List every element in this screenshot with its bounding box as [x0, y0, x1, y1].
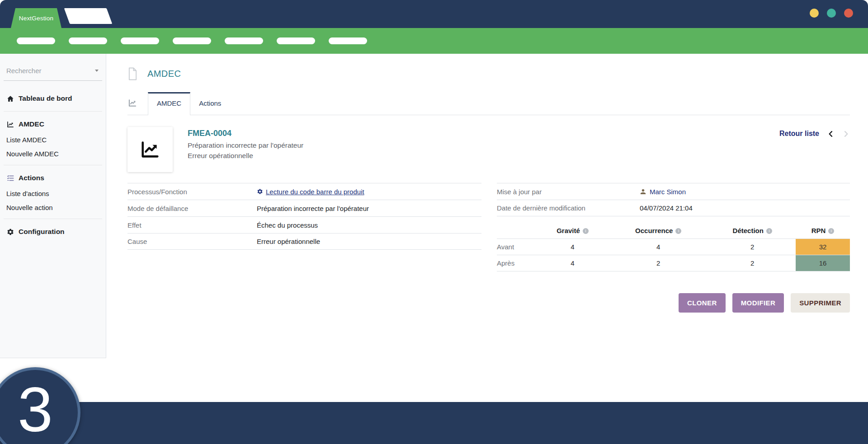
page-title: AMDEC: [147, 69, 181, 79]
record-id: FMEA-0004: [188, 129, 303, 138]
sidebar-item[interactable]: Nouvelle action: [6, 201, 99, 215]
rpn-header-row: GravitéiOccurrenceiDétectioniRPNi: [497, 224, 850, 239]
step-indicator: 3: [0, 367, 80, 444]
traffic-lights: [810, 9, 853, 18]
tasks-icon: [6, 174, 14, 182]
process-function-link[interactable]: Lecture du code barre du produit: [257, 188, 364, 196]
detail-label: Processus/Fonction: [127, 188, 257, 196]
sidebar-section-label: AMDEC: [19, 120, 44, 128]
decorative-slant: [64, 8, 113, 24]
sidebar-divider: [4, 165, 102, 165]
tab-amdec[interactable]: AMDEC: [148, 92, 190, 115]
main-nav: [0, 28, 868, 54]
rpn-value-cell: 4: [608, 239, 709, 255]
rpn-result-cell: 32: [796, 239, 850, 255]
detail-value: 04/07/2024 21:04: [640, 204, 693, 212]
footer-band: [0, 402, 868, 444]
brand-name: NextGestion: [19, 15, 53, 22]
details-right-col: Mise à jour parMarc SimonDate de dernièr…: [497, 183, 850, 271]
rpn-row: Après42216: [497, 255, 850, 271]
detail-label: Date de dernière modification: [497, 204, 640, 212]
sidebar-divider: [4, 219, 102, 219]
sidebar-section-header[interactable]: Actions: [6, 169, 99, 187]
step-number: 3: [18, 373, 53, 444]
body-area: Rechercher Tableau de bordAMDECListe AMD…: [0, 54, 868, 444]
chevron-right-icon[interactable]: [842, 130, 850, 138]
sidebar: Rechercher Tableau de bordAMDECListe AMD…: [0, 54, 106, 358]
sidebar-section-header[interactable]: Configuration: [6, 223, 99, 240]
rpn-column-header: RPNi: [796, 224, 850, 239]
info-icon[interactable]: i: [583, 228, 589, 234]
cloner-button[interactable]: CLONER: [679, 293, 726, 313]
nav-pill-placeholder[interactable]: [225, 37, 263, 44]
detail-label: Cause: [127, 238, 257, 245]
supprimer-button[interactable]: SUPPRIMER: [791, 293, 850, 313]
sidebar-item[interactable]: Liste AMDEC: [6, 133, 99, 147]
record-subtitle: Préparation incorrecte par l'opérateur: [188, 141, 303, 150]
sidebar-divider: [4, 111, 102, 112]
info-icon[interactable]: i: [675, 228, 681, 234]
pagination: Retour liste: [779, 127, 850, 138]
nav-pill-placeholder[interactable]: [173, 37, 211, 44]
chart-line-icon: [140, 139, 160, 160]
nav-pills: [0, 37, 381, 44]
detail-value: Préparation incorrecte par l'opérateur: [257, 205, 369, 212]
rpn-result-cell: 16: [796, 255, 850, 271]
detail-row: Mode de défaillancePréparation incorrect…: [127, 200, 481, 216]
details-left: Processus/FonctionLecture du code barre …: [127, 183, 481, 271]
detail-row: Mise à jour parMarc Simon: [497, 183, 850, 200]
rpn-row: Avant44232: [497, 239, 850, 255]
yellow-dot: [810, 9, 819, 18]
sidebar-item[interactable]: Liste d'actions: [6, 187, 99, 201]
detail-row: CauseErreur opérationnelle: [127, 233, 481, 250]
nav-pill-placeholder[interactable]: [69, 37, 107, 44]
back-to-list-link[interactable]: Retour liste: [779, 130, 819, 138]
modifier-button[interactable]: MODIFIER: [732, 293, 784, 313]
detail-row: Processus/FonctionLecture du code barre …: [127, 183, 481, 200]
chart-line-icon: [6, 121, 14, 128]
nav-pill-placeholder[interactable]: [329, 37, 367, 44]
teal-dot: [827, 9, 836, 18]
rpn-value-cell: 2: [608, 255, 709, 271]
detail-row: EffetÉchec du processus: [127, 216, 481, 233]
detail-value: Erreur opérationnelle: [257, 238, 320, 245]
rpn-column-header: Gravitéi: [538, 224, 608, 239]
rpn-value-cell: 2: [709, 239, 796, 255]
record-subtitle: Erreur opérationnelle: [188, 152, 303, 160]
main-content: AMDEC AMDEC Actions FMEA-0004 Préparatio…: [107, 54, 868, 313]
detail-value: Échec du processus: [257, 221, 318, 229]
sidebar-section-header[interactable]: Tableau de bord: [6, 90, 99, 107]
page-header: AMDEC: [127, 67, 850, 80]
titlebar: NextGestion: [0, 0, 868, 28]
file-icon: [127, 67, 138, 80]
sidebar-section-label: Tableau de bord: [19, 94, 72, 103]
detail-value: Marc Simon: [640, 188, 686, 196]
detail-label: Effet: [127, 221, 257, 229]
nav-pill-placeholder[interactable]: [17, 37, 55, 44]
info-icon[interactable]: i: [828, 228, 834, 234]
sidebar-menu: Tableau de bordAMDECListe AMDECNouvelle …: [4, 81, 102, 240]
detail-label: Mise à jour par: [497, 188, 640, 196]
brand-tab: NextGestion: [11, 8, 61, 28]
details-section: Processus/FonctionLecture du code barre …: [127, 183, 850, 271]
details-right: Mise à jour parMarc SimonDate de dernièr…: [497, 183, 850, 216]
search-input[interactable]: Rechercher: [4, 63, 102, 81]
sidebar-section-label: Actions: [19, 174, 44, 182]
tab-bar: AMDEC Actions: [127, 92, 850, 115]
gear-icon: [6, 228, 14, 236]
sidebar-item[interactable]: Nouvelle AMDEC: [6, 147, 99, 161]
tab-actions[interactable]: Actions: [190, 92, 230, 115]
record-icon-card: [127, 127, 173, 172]
home-icon: [6, 95, 14, 103]
record-titles: FMEA-0004 Préparation incorrecte par l'o…: [188, 127, 303, 172]
rpn-column-header: Occurrencei: [608, 224, 709, 239]
nav-pill-placeholder[interactable]: [121, 37, 159, 44]
red-dot: [844, 9, 853, 18]
gear-icon: [257, 188, 263, 195]
info-icon[interactable]: i: [766, 228, 772, 234]
nav-pill-placeholder[interactable]: [277, 37, 315, 44]
tab-chart[interactable]: [127, 92, 148, 115]
sidebar-section-header[interactable]: AMDEC: [6, 116, 99, 133]
search-placeholder: Rechercher: [6, 67, 42, 75]
chevron-left-icon[interactable]: [827, 130, 835, 138]
